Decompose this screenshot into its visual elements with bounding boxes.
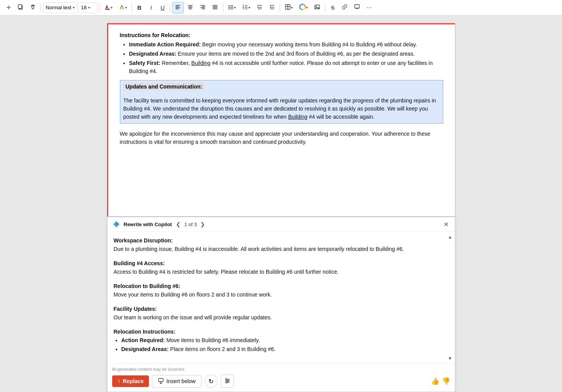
- list-item: Immediate Action Required: Begin moving …: [129, 41, 443, 49]
- svg-point-52: [225, 378, 227, 380]
- bullet3-bold: Safety First:: [129, 60, 161, 66]
- svg-point-23: [229, 7, 230, 8]
- copilot-actions: ↑ Replace Insert below ↻: [112, 375, 450, 388]
- align-left-icon: [175, 4, 181, 11]
- underline-button[interactable]: U: [157, 2, 168, 14]
- bullet-list-button[interactable]: ▾: [225, 2, 239, 14]
- font-color-icon: A: [104, 4, 111, 11]
- separator7: [325, 3, 325, 12]
- link-button[interactable]: [339, 2, 350, 14]
- copilot-bullet1-text: Move items to Building #6 immediately.: [165, 337, 260, 343]
- section-updates: Updates and Communication: The facility …: [120, 80, 443, 124]
- move-button[interactable]: ✛: [3, 2, 14, 14]
- delete-button[interactable]: [27, 2, 39, 14]
- strikethrough-button[interactable]: S: [327, 2, 338, 14]
- reduce-indent-icon: [256, 4, 263, 11]
- scroll-up-icon[interactable]: ▲: [448, 234, 453, 240]
- svg-rect-47: [159, 378, 163, 382]
- numbered-list-chevron: ▾: [248, 5, 250, 10]
- scroll-down-icon[interactable]: ▼: [448, 356, 453, 361]
- replace-icon: ↑: [118, 378, 121, 385]
- copilot-section4: Facility Updates: Our team is working on…: [114, 306, 449, 322]
- bullet2-text: Ensure your items are moved to the 2nd a…: [176, 51, 415, 57]
- style-chevron: ▾: [73, 5, 75, 10]
- justify-icon: [212, 4, 218, 11]
- bold-button[interactable]: B: [134, 2, 145, 14]
- font-size-selector[interactable]: 18 ▾: [78, 2, 97, 13]
- copilot-bullet2-bold: Designated Areas:: [121, 346, 169, 352]
- justify-button[interactable]: [209, 2, 221, 14]
- list-item: Action Required: Move items to Building …: [121, 336, 449, 344]
- copilot-section5-heading: Relocation Instructions:: [114, 329, 449, 335]
- style-label: Normal text: [46, 5, 71, 10]
- thumbs-down-icon: 👎: [442, 377, 450, 385]
- align-center-button[interactable]: [184, 2, 196, 14]
- thumbs-down-button[interactable]: 👎: [442, 377, 450, 385]
- copilot-close-button[interactable]: ✕: [442, 221, 450, 228]
- copilot-title: Rewrite with Copilot: [124, 222, 172, 227]
- section3-para: We apologize for the inconvenience this …: [120, 130, 443, 146]
- table-icon: [285, 4, 291, 11]
- copilot-prev-button[interactable]: ❮: [175, 221, 182, 227]
- copilot-section4-body: Our team is working on the issue and wil…: [114, 314, 449, 322]
- numbered-list-button[interactable]: 1.2.3. ▾: [239, 2, 253, 14]
- copilot-footer: AI-generated content may be incorrect ↑ …: [108, 363, 455, 392]
- section3-body: We apologize for the inconvenience this …: [120, 130, 443, 146]
- table-button[interactable]: ▾: [282, 2, 296, 14]
- insert-below-icon: [158, 378, 164, 385]
- copilot-nav-label: 1 of 3: [184, 222, 197, 227]
- bullet2-bold: Designated Areas:: [129, 51, 176, 57]
- italic-button[interactable]: I: [145, 2, 156, 14]
- svg-point-44: [316, 6, 317, 7]
- align-left-button[interactable]: [172, 2, 184, 14]
- copilot-section3: Relocation to Building #6: Move your ite…: [114, 283, 449, 299]
- align-right-button[interactable]: [197, 2, 208, 14]
- italic-icon: I: [150, 4, 152, 11]
- building-link2: Building: [288, 114, 307, 120]
- more-button[interactable]: ⋯: [364, 2, 374, 14]
- bold-icon: B: [137, 4, 142, 11]
- thumbs-area: 👍 👎: [431, 377, 450, 385]
- regenerate-button[interactable]: ↻: [205, 375, 218, 388]
- copilot-section3-heading: Relocation to Building #6:: [114, 283, 449, 289]
- color-palette-button[interactable]: ▾: [296, 2, 311, 14]
- section1-heading: Instructions for Relocation:: [120, 32, 443, 38]
- increase-indent-button[interactable]: [266, 2, 278, 14]
- increase-indent-icon: [269, 4, 275, 11]
- copy-button[interactable]: [15, 2, 26, 14]
- highlight-chevron: ▾: [125, 5, 127, 10]
- separator6: [280, 3, 280, 12]
- replace-button[interactable]: ↑ Replace: [112, 375, 149, 387]
- highlight-icon: [119, 4, 125, 11]
- strikethrough-icon: S: [331, 5, 335, 11]
- svg-point-21: [229, 5, 230, 7]
- font-color-button[interactable]: A ▾: [102, 2, 115, 14]
- image-button[interactable]: [311, 2, 323, 14]
- bullet-list-chevron: ▾: [234, 5, 236, 10]
- bullet-list-icon: [228, 4, 234, 11]
- tune-button[interactable]: [221, 375, 234, 388]
- tune-icon: [224, 378, 231, 385]
- style-selector[interactable]: Normal text ▾: [43, 2, 77, 13]
- delete-icon: [30, 4, 36, 11]
- thumbs-up-button[interactable]: 👍: [431, 377, 439, 385]
- font-size-label: 18: [81, 5, 86, 10]
- insert-below-button[interactable]: Insert below: [152, 375, 201, 388]
- editor-container: Instructions for Relocation: Immediate A…: [0, 15, 562, 392]
- align-center-icon: [187, 4, 193, 11]
- align-right-icon: [200, 4, 206, 11]
- copilot-section2-heading: Building #4 Access:: [114, 260, 449, 266]
- comment-button[interactable]: [351, 2, 363, 14]
- insert-below-label: Insert below: [166, 378, 195, 384]
- separator1: [41, 3, 41, 12]
- svg-point-53: [227, 380, 229, 382]
- copilot-section4-heading: Facility Updates:: [114, 306, 449, 312]
- highlight-button[interactable]: ▾: [116, 2, 130, 14]
- reduce-indent-button[interactable]: [254, 2, 265, 14]
- copilot-section1-body: Due to a plumbing issue, Building #4 is …: [114, 245, 449, 253]
- color-palette-icon: [299, 3, 306, 12]
- copilot-next-button[interactable]: ❯: [199, 221, 206, 227]
- copilot-section3-body: Move your items to Building #6 on floors…: [114, 291, 449, 299]
- section2-para: The facility team is committed to keepin…: [123, 97, 440, 121]
- bullet3-text: Remember, Building #4 is not accessible …: [129, 60, 433, 74]
